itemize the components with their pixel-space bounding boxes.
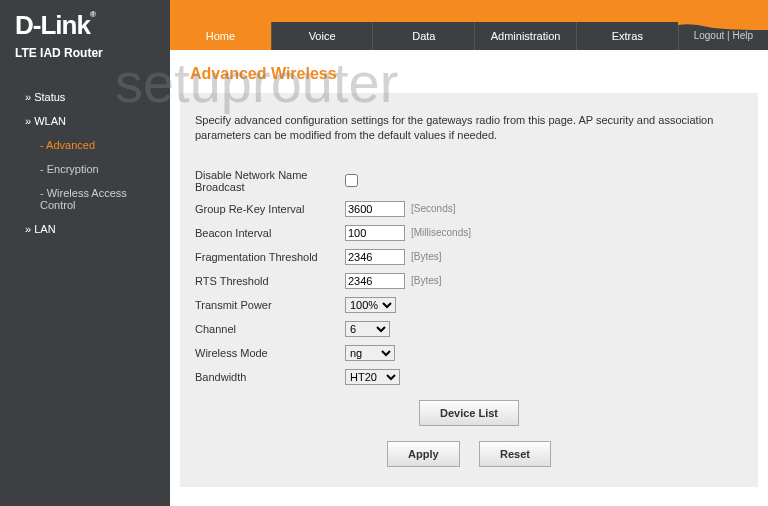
header-bar — [170, 0, 768, 22]
unit-frag: [Bytes] — [411, 251, 442, 262]
content-area: Advanced Wireless Specify advanced confi… — [170, 50, 768, 506]
nav-status[interactable]: » Status — [0, 85, 170, 109]
input-rts[interactable] — [345, 273, 405, 289]
logout-link[interactable]: Logout — [694, 30, 725, 41]
label-mode: Wireless Mode — [195, 347, 345, 359]
app-container: D-Link® LTE IAD Router » Status » WLAN -… — [0, 0, 768, 506]
row-txpower: Transmit Power 100% — [195, 297, 743, 313]
tab-voice[interactable]: Voice — [272, 22, 374, 50]
nav-lan[interactable]: » LAN — [0, 217, 170, 241]
settings-panel: Specify advanced configuration settings … — [180, 93, 758, 487]
label-channel: Channel — [195, 323, 345, 335]
reset-button[interactable]: Reset — [479, 441, 551, 467]
nav-advanced[interactable]: - Advanced — [0, 133, 170, 157]
description-text: Specify advanced configuration settings … — [195, 113, 743, 144]
label-rts: RTS Threshold — [195, 275, 345, 287]
row-rekey: Group Re-Key Interval [Seconds] — [195, 201, 743, 217]
checkbox-disable-broadcast[interactable] — [345, 174, 358, 187]
apply-button[interactable]: Apply — [387, 441, 460, 467]
row-frag: Fragmentation Threshold [Bytes] — [195, 249, 743, 265]
unit-rekey: [Seconds] — [411, 203, 455, 214]
logo-area: D-Link® — [0, 0, 170, 46]
unit-rts: [Bytes] — [411, 275, 442, 286]
input-beacon[interactable] — [345, 225, 405, 241]
device-list-row: Device List — [195, 400, 743, 426]
nav-wireless-access-control[interactable]: - Wireless Access Control — [0, 181, 170, 217]
select-mode[interactable]: ng — [345, 345, 395, 361]
label-txpower: Transmit Power — [195, 299, 345, 311]
select-txpower[interactable]: 100% — [345, 297, 396, 313]
swoosh-icon — [678, 0, 768, 30]
row-channel: Channel 6 — [195, 321, 743, 337]
row-disable-broadcast: Disable Network Name Broadcast — [195, 169, 743, 193]
label-frag: Fragmentation Threshold — [195, 251, 345, 263]
nav-encryption[interactable]: - Encryption — [0, 157, 170, 181]
label-beacon: Beacon Interval — [195, 227, 345, 239]
sidebar-nav: » Status » WLAN - Advanced - Encryption … — [0, 75, 170, 251]
input-frag[interactable] — [345, 249, 405, 265]
device-list-button[interactable]: Device List — [419, 400, 519, 426]
main-area: Home Voice Data Administration Extras Lo… — [170, 0, 768, 506]
product-name: LTE IAD Router — [0, 46, 170, 75]
action-row: Apply Reset — [195, 441, 743, 467]
help-link[interactable]: Help — [732, 30, 753, 41]
brand-logo: D-Link® — [15, 10, 95, 40]
tab-home[interactable]: Home — [170, 22, 272, 50]
label-rekey: Group Re-Key Interval — [195, 203, 345, 215]
tab-administration[interactable]: Administration — [475, 22, 577, 50]
unit-beacon: [Milliseconds] — [411, 227, 471, 238]
select-bandwidth[interactable]: HT20 — [345, 369, 400, 385]
label-bandwidth: Bandwidth — [195, 371, 345, 383]
tab-extras[interactable]: Extras — [577, 22, 679, 50]
input-rekey[interactable] — [345, 201, 405, 217]
sidebar: D-Link® LTE IAD Router » Status » WLAN -… — [0, 0, 170, 506]
row-beacon: Beacon Interval [Milliseconds] — [195, 225, 743, 241]
nav-wlan[interactable]: » WLAN — [0, 109, 170, 133]
row-mode: Wireless Mode ng — [195, 345, 743, 361]
tab-data[interactable]: Data — [373, 22, 475, 50]
page-title: Advanced Wireless — [170, 50, 768, 93]
select-channel[interactable]: 6 — [345, 321, 390, 337]
label-disable-broadcast: Disable Network Name Broadcast — [195, 169, 345, 193]
row-bandwidth: Bandwidth HT20 — [195, 369, 743, 385]
row-rts: RTS Threshold [Bytes] — [195, 273, 743, 289]
